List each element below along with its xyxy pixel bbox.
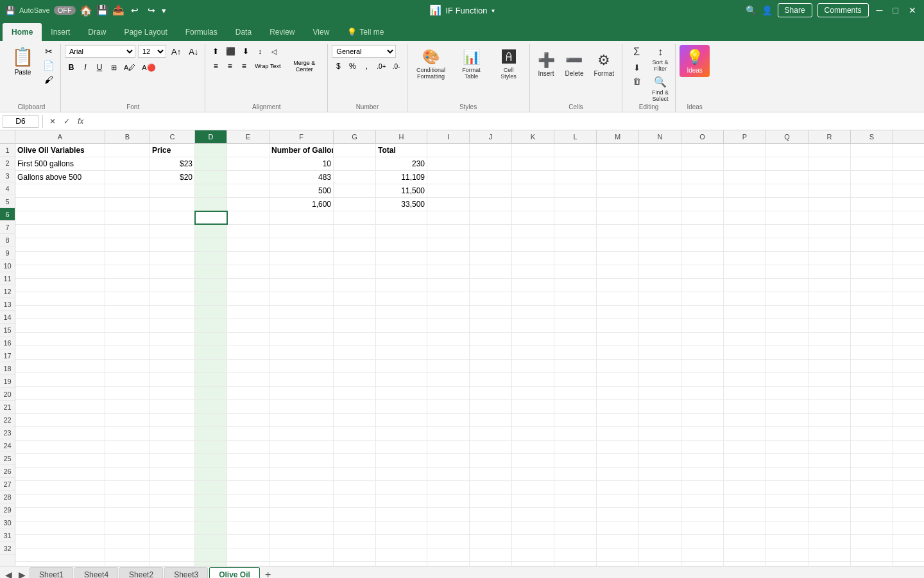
cell-L2[interactable] <box>554 157 597 170</box>
cell-G21[interactable] <box>334 414 376 426</box>
row-num-30[interactable]: 30 <box>0 516 15 529</box>
cell-M17[interactable] <box>597 360 639 372</box>
cell-H18[interactable] <box>376 373 427 386</box>
cell-N22[interactable] <box>639 427 681 440</box>
cell-D27[interactable] <box>195 495 227 507</box>
cell-S4[interactable] <box>851 184 893 197</box>
cell-E31[interactable] <box>227 548 270 561</box>
row-num-19[interactable]: 19 <box>0 375 15 388</box>
cell-H3[interactable]: 11,109 <box>376 171 427 184</box>
row-num-15[interactable]: 15 <box>0 324 15 337</box>
cell-R6[interactable] <box>809 211 851 224</box>
cell-S22[interactable] <box>851 427 893 440</box>
cell-K24[interactable] <box>512 454 554 467</box>
cell-O10[interactable] <box>681 265 724 278</box>
cell-O13[interactable] <box>681 306 724 319</box>
merge-center-btn[interactable]: Merge & Center <box>285 60 323 73</box>
cell-F1[interactable]: Number of Gallons <box>270 144 334 157</box>
cell-M19[interactable] <box>597 387 639 399</box>
cell-F7[interactable] <box>270 225 334 238</box>
cell-A31[interactable] <box>15 548 105 561</box>
insert-button[interactable]: ➕ Insert <box>534 45 559 83</box>
cell-H9[interactable] <box>376 252 427 265</box>
underline-button[interactable]: U <box>93 61 106 74</box>
cell-S27[interactable] <box>851 495 893 507</box>
cell-L4[interactable] <box>554 184 597 197</box>
cell-J23[interactable] <box>470 441 512 453</box>
cell-J25[interactable] <box>470 468 512 480</box>
cell-E3[interactable] <box>227 171 270 184</box>
cell-N8[interactable] <box>639 238 681 251</box>
cell-H28[interactable] <box>376 508 427 521</box>
cell-J30[interactable] <box>470 535 512 548</box>
cell-B8[interactable] <box>105 238 150 251</box>
cell-B12[interactable] <box>105 292 150 305</box>
cell-O7[interactable] <box>681 225 724 238</box>
share2-icon[interactable]: 📤 <box>112 4 124 16</box>
cell-H31[interactable] <box>376 548 427 561</box>
cell-C18[interactable] <box>150 373 195 386</box>
cell-M6[interactable] <box>597 211 639 224</box>
cell-B10[interactable] <box>105 265 150 278</box>
cell-O3[interactable] <box>681 171 724 184</box>
cell-K6[interactable] <box>512 211 554 224</box>
cell-H20[interactable] <box>376 400 427 413</box>
cell-K8[interactable] <box>512 238 554 251</box>
cell-F9[interactable] <box>270 252 334 265</box>
cell-G27[interactable] <box>334 495 376 507</box>
cell-Q6[interactable] <box>766 211 809 224</box>
row-num-25[interactable]: 25 <box>0 452 15 465</box>
cell-O9[interactable] <box>681 252 724 265</box>
cell-P7[interactable] <box>724 225 766 238</box>
row-num-11[interactable]: 11 <box>0 272 15 285</box>
bold-button[interactable]: B <box>65 61 78 74</box>
tab-insert[interactable]: Insert <box>42 23 79 41</box>
cell-H25[interactable] <box>376 468 427 480</box>
cell-H16[interactable] <box>376 346 427 359</box>
cell-I29[interactable] <box>427 521 470 534</box>
cell-P29[interactable] <box>724 521 766 534</box>
cell-K5[interactable] <box>512 198 554 211</box>
cell-Q26[interactable] <box>766 481 809 494</box>
cell-S14[interactable] <box>851 319 893 332</box>
cell-N30[interactable] <box>639 535 681 548</box>
cell-B17[interactable] <box>105 360 150 372</box>
cell-A25[interactable] <box>15 468 105 480</box>
maximize-icon[interactable]: □ <box>891 5 901 15</box>
home-icon[interactable]: 🏠 <box>80 4 92 17</box>
cell-H32[interactable] <box>376 562 427 566</box>
col-header-Q[interactable]: Q <box>766 130 809 143</box>
cell-B2[interactable] <box>105 157 150 170</box>
cell-D15[interactable] <box>195 333 227 346</box>
cell-R23[interactable] <box>809 441 851 453</box>
cell-H27[interactable] <box>376 495 427 507</box>
cell-G2[interactable] <box>334 157 376 170</box>
cell-I20[interactable] <box>427 400 470 413</box>
align-bottom-btn[interactable]: ⬇ <box>239 45 252 58</box>
cell-M1[interactable] <box>597 144 639 157</box>
cell-N26[interactable] <box>639 481 681 494</box>
cell-D19[interactable] <box>195 387 227 399</box>
cell-F5[interactable]: 1,600 <box>270 198 334 211</box>
cell-L9[interactable] <box>554 252 597 265</box>
sheet-tab-prev[interactable]: ◀ <box>3 570 15 579</box>
cell-J18[interactable] <box>470 373 512 386</box>
format-button[interactable]: ⚙ Format <box>590 45 618 83</box>
cell-N14[interactable] <box>639 319 681 332</box>
cell-L17[interactable] <box>554 360 597 372</box>
cell-I6[interactable] <box>427 211 470 224</box>
align-left-btn[interactable]: ≡ <box>209 60 222 73</box>
cell-J13[interactable] <box>470 306 512 319</box>
cell-K21[interactable] <box>512 414 554 426</box>
cell-P30[interactable] <box>724 535 766 548</box>
col-header-M[interactable]: M <box>597 130 639 143</box>
cell-J21[interactable] <box>470 414 512 426</box>
cell-H26[interactable] <box>376 481 427 494</box>
cell-B21[interactable] <box>105 414 150 426</box>
cell-H21[interactable] <box>376 414 427 426</box>
cell-F6[interactable] <box>270 211 334 224</box>
wrap-text-btn[interactable]: Wrap Text <box>252 60 284 73</box>
cell-K29[interactable] <box>512 521 554 534</box>
cell-I25[interactable] <box>427 468 470 480</box>
cell-P28[interactable] <box>724 508 766 521</box>
